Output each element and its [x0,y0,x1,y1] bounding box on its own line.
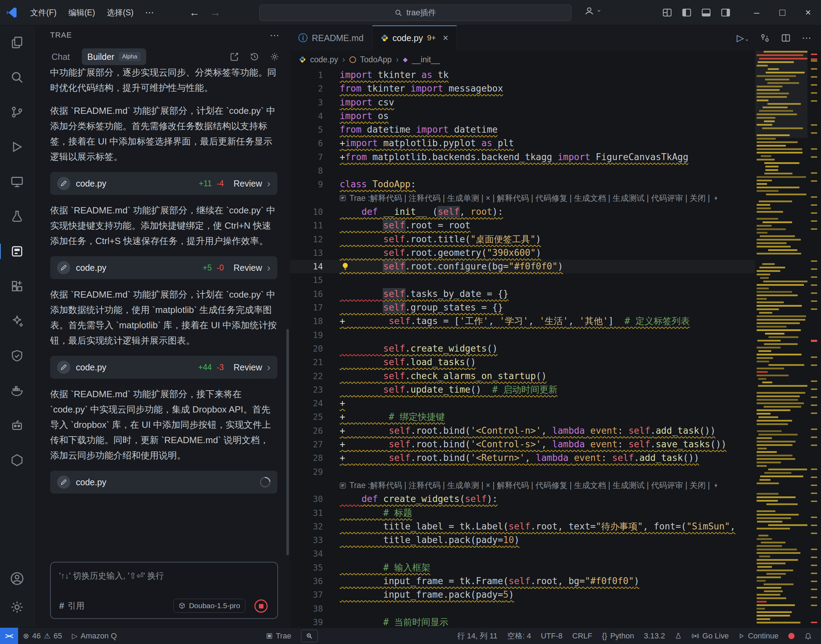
back-icon[interactable]: ← [184,7,205,18]
line-number: 23 [290,383,323,397]
extensions-icon[interactable] [9,278,25,294]
notifications-bell-icon[interactable] [800,628,817,644]
panel-settings-icon[interactable] [270,52,279,61]
close-button[interactable]: × [795,0,821,25]
file-name: code.py [76,263,107,273]
breadcrumb-class[interactable]: TodoApp [360,55,392,64]
line-number: 10 [290,205,323,219]
run-button[interactable]: ▷ ⌄ [737,32,749,43]
toggle-secondary-sidebar-icon[interactable] [720,7,731,18]
docker-icon[interactable] [9,382,25,399]
menu-more-icon[interactable]: ⋯ [139,7,160,18]
line-number: 7 [290,151,323,164]
go-live-item[interactable]: Go Live [687,628,734,644]
code-line: 20 self.create_widgets() [290,342,755,356]
assistant-profile-button[interactable] [584,6,601,16]
remote-explorer-icon[interactable] [9,173,25,190]
tab-readme-label: README.md [312,33,364,43]
maximize-button[interactable]: □ [769,0,795,25]
minimap-slider[interactable] [755,51,807,138]
run-debug-icon[interactable] [9,138,25,155]
language-mode-item[interactable]: {} Python [597,628,639,644]
review-button[interactable]: Review [234,263,262,273]
open-changes-icon[interactable] [760,33,770,43]
record-dot-icon[interactable] [783,628,800,644]
trae-status-item[interactable]: Trae [261,628,296,644]
command-search-input[interactable]: trae插件 [259,5,571,21]
split-editor-icon[interactable] [781,33,791,43]
amazon-q-item[interactable]: ▷ Amazon Q [67,628,121,644]
menu-selection[interactable]: 选择(S) [101,0,139,25]
breadcrumb-file[interactable]: code.py [310,55,338,64]
remote-indicator[interactable]: >< [0,628,18,644]
trae-code-lens[interactable]: Trae :解释代码 | 注释代码 | 生成单测 | × | 解释代码 | 代码… [323,192,719,205]
file-change-card[interactable]: code.py+44-3Review› [50,356,277,379]
cursor-position-item[interactable]: 行 14, 列 11 [452,628,502,644]
indentation-item[interactable]: 空格: 4 [502,628,536,644]
tab-codepy[interactable]: code.py 9+ × [372,25,457,51]
overview-ruler[interactable] [807,51,821,627]
menu-file[interactable]: 文件(F) [25,0,62,25]
account-icon[interactable] [9,570,25,587]
customize-layout-icon[interactable] [662,7,672,18]
breadcrumb-method[interactable]: __init__ [412,55,440,64]
code-lens-row: Trae :解释代码 | 注释代码 | 生成单测 | × | 解释代码 | 代码… [290,192,755,205]
tab-builder[interactable]: Builder Alpha [82,48,146,65]
line-number: 8 [290,164,323,178]
forward-icon[interactable]: → [205,7,226,18]
explorer-icon[interactable] [9,34,25,51]
encoding-item[interactable]: UTF-8 [536,628,567,644]
tab-close-icon[interactable]: × [443,33,448,43]
code-line: 33 title_label.pack(pady=10) [290,533,755,547]
editor-tab-bar: ⓘ README.md code.py 9+ × ▷ ⌄ ⋯ [290,25,821,51]
toggle-primary-sidebar-icon[interactable] [682,7,692,18]
test-beaker-icon[interactable] [9,208,25,225]
eol-item[interactable]: CRLF [567,628,597,644]
tab-chat[interactable]: Chat [52,52,70,62]
menu-edit[interactable]: 编辑(E) [62,0,101,25]
zoom-status-button[interactable] [301,630,318,642]
file-change-card[interactable]: code.py+11-4Review› [50,172,277,195]
robot-icon[interactable] [9,417,25,434]
hexagon-icon[interactable] [9,452,25,469]
tab-readme[interactable]: ⓘ README.md [290,25,372,51]
reference-button[interactable]: # 引用 [59,600,84,611]
trae-code-lens[interactable]: Trae :解释代码 | 注释代码 | 生成单测 | × | 解释代码 | 代码… [323,478,719,492]
stop-generation-button[interactable] [254,600,268,613]
review-button[interactable]: Review [234,179,262,189]
minimap[interactable] [755,51,807,627]
line-number: 4 [290,110,323,123]
settings-gear-icon[interactable] [9,599,25,615]
shield-icon[interactable] [9,347,25,364]
lightbulb-icon[interactable] [341,262,350,271]
chevron-right-icon: › [267,362,270,373]
model-selector[interactable]: Doubao-1.5-pro [173,599,245,613]
toggle-panel-icon[interactable] [701,7,711,18]
python-file-icon [381,34,388,42]
source-control-icon[interactable] [9,104,25,120]
pencil-icon [57,261,70,274]
error-count: 46 [32,632,41,641]
editor-more-icon[interactable]: ⋯ [802,32,811,43]
problems-item[interactable]: ⊗ 46 ⚠ 65 [18,628,67,644]
code-line: 25+ # 绑定快捷键 [290,410,755,424]
file-change-card[interactable]: code.py [50,471,277,494]
file-change-card[interactable]: code.py+5-0Review› [50,256,277,279]
search-sidebar-icon[interactable] [9,69,25,86]
tab-codepy-label: code.py [392,33,423,43]
review-button[interactable]: Review [234,362,262,373]
ai-spark-icon[interactable] [9,313,25,329]
history-icon[interactable] [250,52,259,61]
env-beaker-icon[interactable] [670,628,687,644]
sidebar-scrollbar[interactable] [286,329,289,555]
new-chat-icon[interactable] [229,52,239,61]
chat-input-box[interactable]: '↑↓' 切换历史输入, '⇧⏎' 换行 # 引用 Doubao-1.5-pro [50,562,278,619]
code-lines[interactable]: 1import tkinter as tk2from tkinter impor… [290,68,755,627]
lines-added: +11 [199,179,211,188]
panel-more-icon[interactable]: ⋯ [270,29,279,41]
trae-builder-icon[interactable] [9,243,25,260]
code-line: 6+import matplotlib.pyplot as plt [290,136,755,150]
continue-item[interactable]: Continue [734,628,783,644]
python-version-item[interactable]: 3.13.2 [639,628,670,644]
minimize-button[interactable]: – [744,0,769,25]
